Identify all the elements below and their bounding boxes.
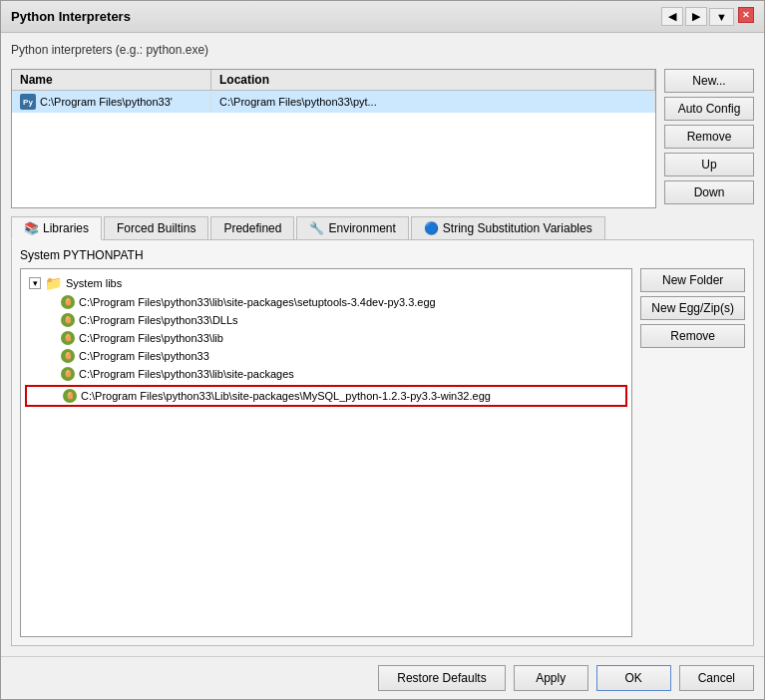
tab-libraries[interactable]: 📚 Libraries — [11, 216, 102, 240]
panel-right-buttons: New Folder New Egg/Zip(s) Remove — [640, 268, 745, 637]
remove-lib-button[interactable]: Remove — [640, 324, 745, 348]
python-interpreters-dialog: Python Interpreters ◀ ▶ ▼ ✕ Python inter… — [0, 0, 765, 700]
lib-item-4[interactable]: 🥚 C:\Program Files\python33\lib\site-pac… — [25, 365, 627, 383]
tree-expand-icon[interactable]: ▾ — [29, 277, 41, 289]
tab-string-substitution[interactable]: 🔵 String Substitution Variables — [411, 216, 605, 239]
new-egg-zip-button[interactable]: New Egg/Zip(s) — [640, 296, 745, 320]
interpreter-buttons: New... Auto Config Remove Up Down — [664, 69, 754, 208]
panel-content: ▾ 📁 System libs 🥚 C:\Program Files\pytho… — [20, 268, 745, 637]
dialog-title: Python Interpreters — [11, 9, 131, 24]
interpreter-row[interactable]: Py C:\Program Files\python33' C:\Program… — [12, 91, 655, 113]
title-bar: Python Interpreters ◀ ▶ ▼ ✕ — [1, 1, 764, 33]
nav-toolbar: ◀ ▶ ▼ — [661, 7, 734, 26]
auto-config-button[interactable]: Auto Config — [664, 97, 754, 121]
interpreters-area: Name Location Py C:\Program Files\python… — [11, 69, 754, 208]
egg-icon-5: 🥚 — [63, 389, 77, 403]
new-folder-button[interactable]: New Folder — [640, 268, 745, 292]
title-bar-left: Python Interpreters — [11, 9, 131, 24]
lib-item-5[interactable]: 🥚 C:\Program Files\python33\Lib\site-pac… — [25, 385, 627, 407]
egg-icon-4: 🥚 — [61, 367, 75, 381]
tab-predefined[interactable]: Predefined — [210, 216, 294, 239]
new-interpreter-button[interactable]: New... — [664, 69, 754, 93]
libraries-tab-icon: 📚 — [24, 221, 39, 235]
restore-defaults-button[interactable]: Restore Defaults — [378, 665, 505, 691]
egg-icon-0: 🥚 — [61, 295, 75, 309]
cancel-button[interactable]: Cancel — [679, 665, 754, 691]
lib-item-2[interactable]: 🥚 C:\Program Files\python33\lib — [25, 329, 627, 347]
main-content: Python interpreters (e.g.: python.exe) N… — [1, 33, 764, 656]
egg-icon-2: 🥚 — [61, 331, 75, 345]
environment-tab-icon: 🔧 — [309, 221, 324, 235]
bottom-buttons: Restore Defaults Apply OK Cancel — [1, 656, 764, 699]
forward-button[interactable]: ▶ — [685, 7, 707, 26]
close-button[interactable]: ✕ — [738, 7, 754, 23]
interpreter-name-cell: Py C:\Program Files\python33' — [12, 91, 211, 113]
tabs-section: 📚 Libraries Forced Builtins Predefined 🔧… — [11, 216, 754, 646]
col-location-header: Location — [211, 70, 655, 90]
ok-button[interactable]: OK — [596, 665, 671, 691]
col-name-header: Name — [12, 70, 211, 90]
system-libs-tree: ▾ 📁 System libs 🥚 C:\Program Files\pytho… — [20, 268, 632, 637]
back-button[interactable]: ◀ — [661, 7, 683, 26]
apply-button[interactable]: Apply — [514, 665, 588, 691]
dropdown-button[interactable]: ▼ — [709, 8, 734, 26]
libraries-tab-panel: System PYTHONPATH ▾ 📁 System libs 🥚 C:\P… — [11, 240, 754, 646]
tree-root[interactable]: ▾ 📁 System libs — [25, 273, 627, 293]
table-header: Name Location — [12, 70, 655, 91]
pythonpath-label: System PYTHONPATH — [20, 248, 745, 262]
title-bar-controls: ◀ ▶ ▼ ✕ — [661, 7, 754, 26]
egg-icon-1: 🥚 — [61, 313, 75, 327]
lib-item-3[interactable]: 🥚 C:\Program Files\python33 — [25, 347, 627, 365]
tab-environment[interactable]: 🔧 Environment — [296, 216, 408, 239]
folder-icon: 📁 — [45, 275, 62, 291]
up-button[interactable]: Up — [664, 153, 754, 176]
lib-item-1[interactable]: 🥚 C:\Program Files\python33\DLLs — [25, 311, 627, 329]
remove-interpreter-button[interactable]: Remove — [664, 125, 754, 149]
egg-icon-3: 🥚 — [61, 349, 75, 363]
tabs-row: 📚 Libraries Forced Builtins Predefined 🔧… — [11, 216, 754, 240]
interpreters-section-label: Python interpreters (e.g.: python.exe) — [11, 43, 754, 57]
lib-item-0[interactable]: 🥚 C:\Program Files\python33\lib\site-pac… — [25, 293, 627, 311]
tab-forced-builtins[interactable]: Forced Builtins — [104, 216, 208, 239]
down-button[interactable]: Down — [664, 180, 754, 204]
interpreter-location-cell: C:\Program Files\python33\pyt... — [211, 91, 655, 113]
string-sub-tab-icon: 🔵 — [424, 221, 439, 235]
system-libs-label: System libs — [66, 277, 122, 289]
interpreters-table: Name Location Py C:\Program Files\python… — [11, 69, 656, 208]
python-icon: Py — [20, 94, 36, 110]
